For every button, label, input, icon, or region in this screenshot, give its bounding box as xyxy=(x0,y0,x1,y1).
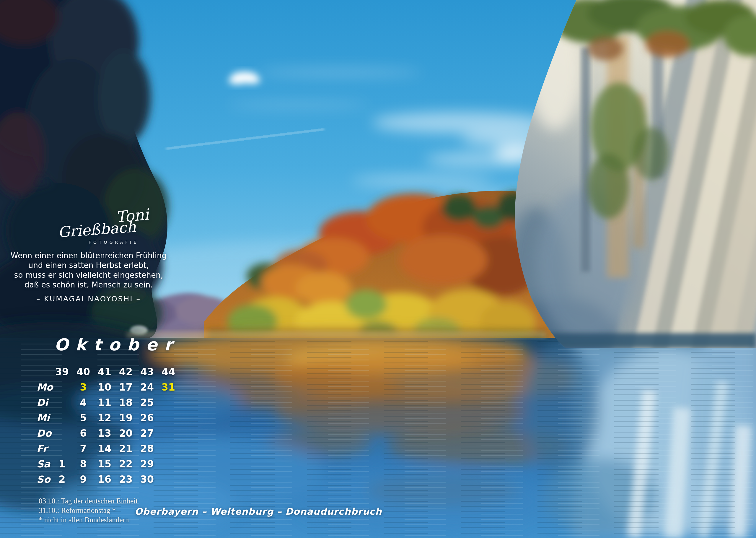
calendar-date: 22 xyxy=(115,458,136,470)
location-caption: Oberbayern – Weltenburg – Donaudurchbruc… xyxy=(135,506,371,517)
calendar-date: 13 xyxy=(94,427,115,439)
calendar-day-label: Sa xyxy=(37,458,51,470)
calendar-date: 17 xyxy=(115,381,136,393)
calendar-date: 27 xyxy=(136,427,158,439)
calendar-date: 20 xyxy=(115,427,136,439)
calendar-date: 9 xyxy=(73,474,94,485)
calendar-date-holiday: 3 xyxy=(73,381,94,393)
calendar-date: 7 xyxy=(73,443,94,455)
calendar-date: 24 xyxy=(136,381,158,393)
calendar-date: 23 xyxy=(115,474,136,485)
footnote: 31.10.: Reformationstag * xyxy=(39,506,138,515)
quote-line: Wenn einer einen blütenreichen Frühling xyxy=(6,251,171,261)
calendar-date: 21 xyxy=(115,443,136,455)
calendar-date: 10 xyxy=(94,381,115,393)
calendar-day-label: Mo xyxy=(37,381,51,393)
calendar-date: 25 xyxy=(136,397,158,408)
calendar-day-label: Fr xyxy=(37,443,51,455)
photographer-tagline: FOTOGRAFIE xyxy=(89,240,138,244)
footnote: * nicht in allen Bundesländern xyxy=(39,515,138,525)
calendar-week-number: 43 xyxy=(136,366,158,378)
calendar-date: 15 xyxy=(94,458,115,470)
calendar-week-number: 42 xyxy=(115,366,136,378)
calendar-page: Toni Grießbach FOTOGRAFIE Wenn einer ein… xyxy=(0,0,756,538)
calendar-date: 2 xyxy=(51,474,73,485)
calendar-grid: 394041424344Mo310172431Di4111825Mi512192… xyxy=(37,364,179,487)
calendar-date: 16 xyxy=(94,474,115,485)
quote-attribution: – KUMAGAI NAOYOSHI – xyxy=(6,294,171,304)
footnote: 03.10.: Tag der deutschen Einheit xyxy=(39,496,138,506)
calendar-week-number: 44 xyxy=(158,366,179,378)
month-title: Oktober xyxy=(54,335,179,354)
calendar-date: 26 xyxy=(136,412,158,424)
calendar-date: 8 xyxy=(73,458,94,470)
calendar-date: 12 xyxy=(94,412,115,424)
calendar-day-label: So xyxy=(37,474,51,485)
calendar-date: 11 xyxy=(94,397,115,408)
calendar-week-number: 40 xyxy=(73,366,94,378)
calendar-date: 18 xyxy=(115,397,136,408)
holiday-footnotes: 03.10.: Tag der deutschen Einheit 31.10.… xyxy=(39,496,138,525)
calendar-day-label: Do xyxy=(37,427,51,439)
calendar-date: 1 xyxy=(51,458,73,470)
calendar-date: 29 xyxy=(136,458,158,470)
calendar-date: 19 xyxy=(115,412,136,424)
calendar-date: 14 xyxy=(94,443,115,455)
calendar-day-label: Mi xyxy=(37,412,51,424)
calendar-date-holiday: 31 xyxy=(158,381,179,393)
quote-block: Wenn einer einen blütenreichen Frühling … xyxy=(6,251,171,304)
calendar-week-number: 39 xyxy=(51,366,73,378)
quote-line: und einen satten Herbst erlebt, xyxy=(6,261,171,270)
quote-line: daß es schön ist, Mensch zu sein. xyxy=(6,280,171,290)
calendar-day-label: Di xyxy=(37,397,51,408)
calendar-date: 6 xyxy=(73,427,94,439)
calendar-date: 28 xyxy=(136,443,158,455)
calendar-date: 5 xyxy=(73,412,94,424)
calendar-date: 4 xyxy=(73,397,94,408)
calendar-week-number: 41 xyxy=(94,366,115,378)
quote-line: so muss er sich vielleicht eingestehen, xyxy=(6,270,171,280)
calendar-date: 30 xyxy=(136,474,158,485)
